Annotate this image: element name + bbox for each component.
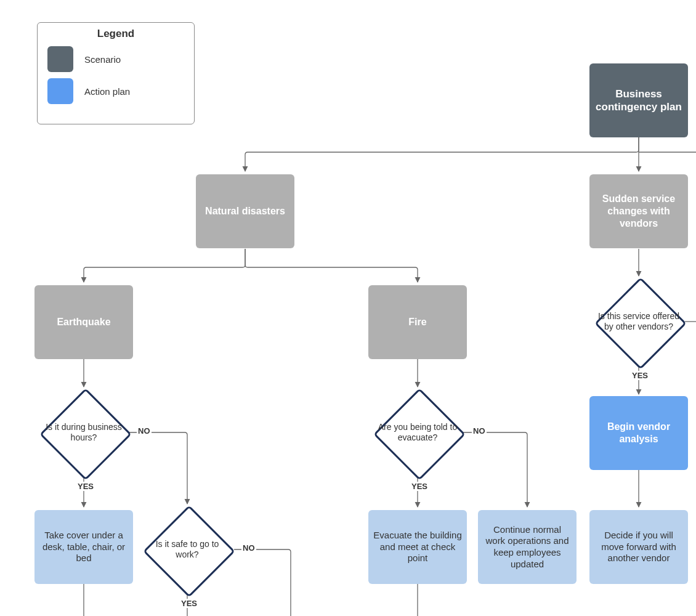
legend-label-action: Action plan bbox=[84, 86, 130, 97]
node-root: Business contingency plan bbox=[589, 63, 688, 137]
legend-swatch-action bbox=[47, 78, 73, 104]
edge-bizhours-yes: YES bbox=[76, 482, 95, 491]
decision-safe-work: Is it safe to go to work? bbox=[144, 516, 230, 583]
node-vendor-changes: Sudden service changes with vendors bbox=[589, 174, 688, 248]
decision-vendor-offered: Is this service offered by other vendors… bbox=[596, 288, 682, 355]
legend-swatch-scenario bbox=[47, 46, 73, 72]
action-begin-vendor-analysis: Begin vendor analysis bbox=[589, 396, 688, 470]
legend-row-scenario: Scenario bbox=[47, 46, 184, 72]
edge-safework-no: NO bbox=[241, 543, 256, 553]
legend-row-action: Action plan bbox=[47, 78, 184, 104]
legend: Legend Scenario Action plan bbox=[37, 22, 195, 124]
edge-evac-no: NO bbox=[472, 426, 487, 436]
action-continue-normal: Continue normal work operations and keep… bbox=[478, 510, 577, 584]
decision-business-hours: Is it during business hours? bbox=[41, 399, 127, 466]
node-earthquake: Earthquake bbox=[34, 285, 133, 359]
edge-evac-yes: YES bbox=[410, 482, 429, 491]
action-take-cover: Take cover under a desk, table, chair, o… bbox=[34, 510, 133, 584]
legend-title: Legend bbox=[45, 28, 187, 40]
node-fire: Fire bbox=[368, 285, 467, 359]
legend-label-scenario: Scenario bbox=[84, 54, 121, 65]
node-natural-disasters: Natural disasters bbox=[196, 174, 294, 248]
edge-bizhours-no: NO bbox=[137, 426, 152, 436]
edge-vendor-yes: YES bbox=[631, 371, 649, 380]
action-evacuate: Evacuate the building and meet at check … bbox=[368, 510, 467, 584]
edge-safework-yes: YES bbox=[180, 599, 198, 608]
decision-evacuate: Are you being told to evacuate? bbox=[374, 399, 461, 466]
action-decide-vendor: Decide if you will move forward with ano… bbox=[589, 510, 688, 584]
